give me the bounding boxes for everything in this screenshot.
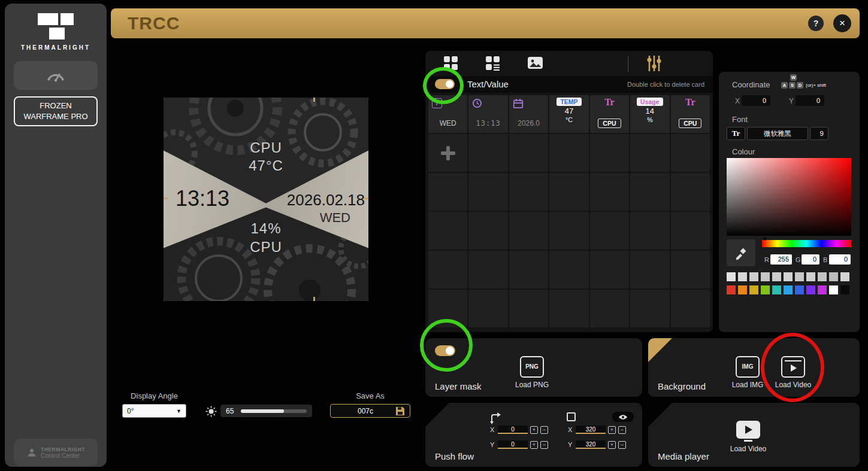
- empty-card-cell[interactable]: [509, 173, 548, 211]
- control-center-footer-button[interactable]: THERMALRIGHT Control Center: [14, 439, 98, 466]
- color-swatch[interactable]: [818, 285, 827, 294]
- dashboard-device-button[interactable]: [14, 61, 98, 90]
- empty-card-cell[interactable]: [671, 212, 710, 250]
- save-as-value[interactable]: 007c: [335, 407, 395, 415]
- load-video-button[interactable]: Load Video: [770, 356, 816, 389]
- saturation-value-picker[interactable]: [727, 158, 851, 236]
- empty-card-cell[interactable]: [549, 173, 588, 211]
- empty-card-cell[interactable]: [468, 251, 507, 288]
- r-input[interactable]: 255: [770, 254, 792, 265]
- empty-card-cell[interactable]: [590, 134, 629, 172]
- push-flow-x-input[interactable]: 0: [498, 426, 528, 434]
- card-cpu-text-2[interactable]: Tr CPU: [671, 95, 710, 133]
- empty-card-cell[interactable]: [428, 173, 467, 211]
- empty-card-cell[interactable]: [630, 251, 669, 288]
- font-size-input[interactable]: 9: [810, 127, 828, 140]
- color-swatch[interactable]: [829, 285, 838, 294]
- font-style-button[interactable]: Tr: [727, 127, 745, 140]
- color-swatch[interactable]: [795, 285, 804, 294]
- brightness-track[interactable]: [241, 409, 307, 413]
- color-swatch[interactable]: [818, 272, 827, 281]
- empty-card-cell[interactable]: [428, 212, 467, 250]
- color-swatch[interactable]: [806, 285, 815, 294]
- card-grid-tab[interactable]: [443, 56, 458, 72]
- decrement-button[interactable]: −: [540, 426, 548, 434]
- empty-card-cell[interactable]: [590, 251, 629, 288]
- device-frozen-warframe-pro-button[interactable]: FROZEN WARFRAME PRO: [14, 96, 98, 126]
- empty-card-cell[interactable]: [468, 134, 507, 172]
- brightness-slider[interactable]: 65: [220, 405, 312, 417]
- push-flow-y-input[interactable]: 0: [498, 440, 528, 449]
- empty-card-cell[interactable]: [671, 290, 710, 327]
- empty-card-cell[interactable]: [468, 173, 507, 211]
- card-usage[interactable]: Usage 14 %: [630, 95, 669, 133]
- add-card-button[interactable]: [428, 134, 467, 172]
- increment-button[interactable]: +: [608, 441, 616, 449]
- color-swatch[interactable]: [727, 285, 736, 294]
- card-date[interactable]: 2026.0: [509, 95, 548, 133]
- color-swatch[interactable]: [784, 285, 793, 294]
- load-png-button[interactable]: PNG Load PNG: [509, 356, 555, 389]
- empty-card-cell[interactable]: [630, 134, 669, 172]
- load-img-button[interactable]: IMG Load IMG: [725, 356, 770, 389]
- empty-card-cell[interactable]: [428, 251, 467, 288]
- color-swatch[interactable]: [840, 285, 849, 294]
- color-swatch[interactable]: [761, 285, 770, 294]
- x-input[interactable]: 0: [742, 95, 770, 106]
- y-input[interactable]: 0: [796, 95, 824, 106]
- decrement-button[interactable]: −: [618, 426, 626, 434]
- b-input[interactable]: 0: [829, 254, 851, 265]
- card-weekday[interactable]: 7 WED: [428, 95, 467, 133]
- close-button[interactable]: ×: [833, 14, 851, 32]
- empty-card-cell[interactable]: [549, 212, 588, 250]
- card-temp[interactable]: TEMP 47 °C: [549, 95, 588, 133]
- increment-button[interactable]: +: [530, 426, 538, 434]
- increment-button[interactable]: +: [530, 441, 538, 449]
- empty-card-cell[interactable]: [671, 251, 710, 288]
- card-list-tab[interactable]: [485, 56, 500, 72]
- color-swatch[interactable]: [772, 285, 781, 294]
- color-swatch[interactable]: [749, 285, 758, 294]
- card-time[interactable]: 13:13: [468, 95, 507, 133]
- media-load-video-button[interactable]: Load Video: [725, 421, 771, 453]
- color-swatch[interactable]: [727, 272, 736, 281]
- empty-card-cell[interactable]: [630, 212, 669, 250]
- eyedropper-button[interactable]: [727, 239, 755, 266]
- empty-card-cell[interactable]: [630, 290, 669, 327]
- color-swatch[interactable]: [795, 272, 804, 281]
- empty-card-cell[interactable]: [549, 290, 588, 327]
- empty-card-cell[interactable]: [509, 212, 548, 250]
- color-swatch[interactable]: [840, 272, 849, 281]
- help-button[interactable]: ?: [808, 16, 824, 31]
- empty-card-cell[interactable]: [468, 290, 507, 327]
- hue-slider[interactable]: [762, 240, 851, 247]
- decrement-button[interactable]: −: [540, 441, 548, 449]
- text-value-toggle[interactable]: [435, 79, 455, 89]
- empty-card-cell[interactable]: [549, 134, 588, 172]
- increment-button[interactable]: +: [608, 426, 616, 434]
- image-card-tab[interactable]: [527, 56, 543, 72]
- empty-card-cell[interactable]: [509, 251, 548, 288]
- font-family-select[interactable]: 微软雅黑: [747, 127, 808, 140]
- color-swatch[interactable]: [772, 272, 781, 281]
- visibility-toggle[interactable]: [612, 412, 634, 422]
- empty-card-cell[interactable]: [590, 290, 629, 327]
- empty-card-cell[interactable]: [509, 134, 548, 172]
- empty-card-cell[interactable]: [590, 212, 629, 250]
- empty-card-cell[interactable]: [428, 290, 467, 327]
- size-y-input[interactable]: 320: [576, 440, 606, 449]
- card-cpu-text[interactable]: Tr CPU: [590, 95, 629, 133]
- empty-card-cell[interactable]: [671, 134, 710, 172]
- empty-card-cell[interactable]: [590, 173, 629, 211]
- empty-card-cell[interactable]: [509, 290, 548, 327]
- g-input[interactable]: 0: [802, 254, 819, 265]
- decrement-button[interactable]: −: [618, 441, 626, 449]
- color-swatch[interactable]: [749, 272, 758, 281]
- color-swatch[interactable]: [738, 272, 747, 281]
- empty-card-cell[interactable]: [671, 173, 710, 211]
- empty-card-cell[interactable]: [468, 212, 507, 250]
- empty-card-cell[interactable]: [630, 173, 669, 211]
- color-swatch[interactable]: [806, 272, 815, 281]
- color-swatch[interactable]: [738, 285, 747, 294]
- layer-mask-toggle[interactable]: [435, 345, 455, 356]
